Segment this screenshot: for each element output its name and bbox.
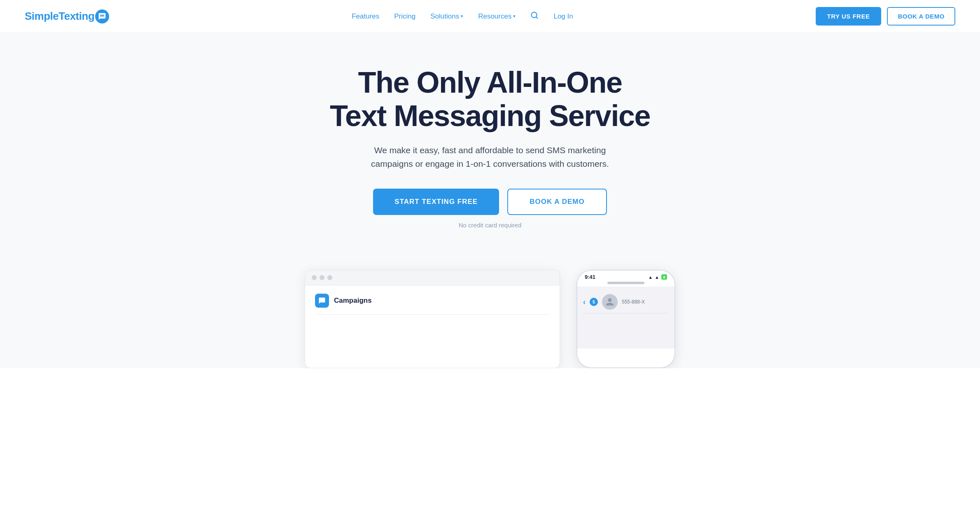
- hero-heading: The Only All-In-One Text Messaging Servi…: [330, 66, 650, 132]
- hero-cta-group: START TEXTING FREE BOOK A DEMO: [373, 189, 607, 215]
- features-link[interactable]: Features: [352, 12, 379, 21]
- start-texting-free-button[interactable]: START TEXTING FREE: [373, 189, 499, 215]
- window-dot-green: [327, 275, 332, 280]
- window-dot-red: [312, 275, 317, 280]
- book-demo-nav-button[interactable]: BOOK A DEMO: [887, 7, 955, 26]
- desktop-app-mockup: Campaigns: [305, 270, 560, 368]
- logo-link[interactable]: SimpleTexting: [25, 9, 109, 23]
- campaigns-panel: Campaigns: [305, 285, 560, 368]
- desktop-mock-body: Campaigns: [305, 285, 560, 368]
- no-credit-card-note: No credit card required: [459, 222, 522, 229]
- login-link[interactable]: Log In: [553, 12, 573, 21]
- book-demo-hero-button[interactable]: BOOK A DEMO: [507, 189, 607, 215]
- mock-ui-section: Campaigns 9:41 ▲ ▲ ● ‹ 5: [0, 253, 980, 368]
- phone-time: 9:41: [585, 274, 595, 280]
- nav-item-search[interactable]: [530, 11, 539, 21]
- svg-line-1: [536, 17, 538, 19]
- nav-item-login[interactable]: Log In: [553, 12, 573, 21]
- chevron-down-icon: ▾: [461, 14, 463, 19]
- phone-status-icons: ▲ ▲ ●: [648, 274, 667, 280]
- logo-icon: [95, 9, 109, 23]
- nav-item-pricing[interactable]: Pricing: [394, 12, 415, 21]
- campaigns-title: Campaigns: [334, 297, 372, 305]
- user-icon: [605, 297, 614, 306]
- wifi-icon: ▲: [648, 275, 653, 280]
- window-dot-yellow: [320, 275, 324, 280]
- phone-contact-row: ‹ 5 555-888-X: [583, 291, 669, 313]
- contact-avatar: [602, 294, 618, 310]
- signal-icon: ▲: [655, 275, 659, 280]
- nav-item-features[interactable]: Features: [352, 12, 379, 21]
- search-icon[interactable]: [530, 12, 539, 21]
- main-navigation: SimpleTexting Features Pricing Solutions…: [0, 0, 980, 33]
- back-arrow-icon[interactable]: ‹: [583, 298, 586, 306]
- hero-section: The Only All-In-One Text Messaging Servi…: [0, 33, 980, 253]
- campaigns-header: Campaigns: [315, 294, 550, 315]
- hero-subtext: We make it easy, fast and affordable to …: [358, 144, 622, 171]
- campaigns-icon: [315, 294, 329, 308]
- resources-link[interactable]: Resources ▾: [478, 12, 516, 21]
- chevron-down-icon: ▾: [513, 14, 516, 19]
- nav-actions: TRY US FREE BOOK A DEMO: [816, 7, 955, 26]
- battery-icon: ●: [661, 274, 667, 280]
- solutions-link[interactable]: Solutions ▾: [430, 12, 463, 21]
- desktop-window-header: [305, 270, 560, 285]
- pricing-link[interactable]: Pricing: [394, 12, 415, 21]
- phone-status-bar: 9:41 ▲ ▲ ●: [577, 271, 674, 282]
- phone-body: ‹ 5 555-888-X: [577, 287, 674, 348]
- try-free-button[interactable]: TRY US FREE: [816, 7, 882, 26]
- chat-icon: [318, 297, 326, 304]
- nav-menu: Features Pricing Solutions ▾ Resources ▾: [352, 11, 573, 21]
- phone-notch: [607, 282, 644, 284]
- nav-item-solutions[interactable]: Solutions ▾: [430, 12, 463, 21]
- message-badge: 5: [590, 298, 598, 306]
- logo-text: SimpleTexting: [25, 10, 94, 23]
- phone-contact-number: 555-888-X: [622, 299, 645, 305]
- nav-item-resources[interactable]: Resources ▾: [478, 12, 516, 21]
- phone-app-mockup: 9:41 ▲ ▲ ● ‹ 5 555-888-X: [576, 270, 675, 368]
- chat-bubble-icon: [98, 12, 106, 21]
